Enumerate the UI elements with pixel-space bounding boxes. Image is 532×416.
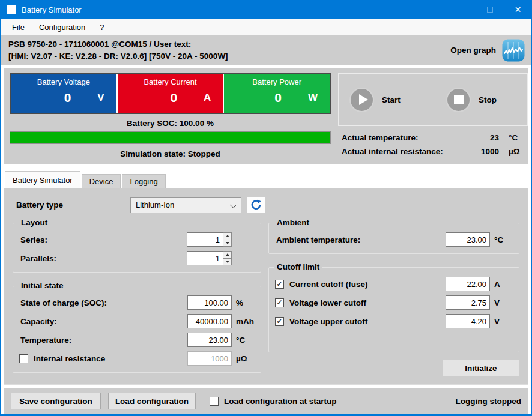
voltage-lower-cutoff-label: Voltage lower cutoff: [289, 298, 446, 307]
menu-configuration[interactable]: Configuration: [32, 19, 92, 35]
menu-bar: File Configuration ?: [1, 19, 531, 35]
close-icon: ✕: [515, 5, 522, 14]
battery-current-value: 0: [170, 91, 177, 105]
actual-resistance-row: Actual internal resistance: 1000 µΩ: [342, 147, 527, 156]
internal-resistance-input[interactable]: [187, 351, 232, 366]
stop-label: Stop: [479, 95, 497, 104]
transport-panel: Start Stop: [338, 73, 528, 126]
parallels-input[interactable]: [187, 251, 223, 265]
internal-resistance-row: Internal resistance µΩ: [19, 351, 255, 366]
start-icon[interactable]: [349, 88, 374, 112]
ambient-group: Ambient Ambient temperature: °C: [268, 223, 519, 254]
ambient-temperature-unit: °C: [490, 235, 513, 244]
load-configuration-button[interactable]: Load configuration: [108, 393, 196, 409]
internal-resistance-unit: µΩ: [232, 354, 255, 363]
initialize-button[interactable]: Initialize: [443, 360, 519, 376]
current-cutoff-unit: A: [490, 280, 513, 289]
voltage-lower-cutoff-checkbox[interactable]: [275, 298, 284, 307]
internal-resistance-checkbox[interactable]: [19, 354, 28, 363]
series-stepper[interactable]: [223, 232, 232, 247]
soc-input[interactable]: [187, 295, 232, 310]
current-cutoff-input[interactable]: [446, 277, 490, 291]
voltage-upper-cutoff-checkbox[interactable]: [275, 317, 284, 326]
tab-strip: Battery Simulator Device Logging: [4, 171, 528, 188]
refresh-battery-type-button[interactable]: [247, 197, 265, 213]
menu-help[interactable]: ?: [92, 19, 111, 35]
actual-temperature-row: Actual temperature: 23 °C: [342, 133, 527, 142]
stop-button[interactable]: Stop: [446, 88, 527, 112]
window-controls: ✕: [447, 0, 532, 19]
title-bar: Battery Simulator ✕: [0, 0, 532, 19]
series-label: Series:: [19, 235, 187, 244]
layout-group-title: Layout: [18, 218, 50, 227]
capacity-row: Capacity: mAh: [19, 313, 255, 329]
ambient-group-title: Ambient: [274, 218, 312, 227]
ambient-temperature-label: Ambient temperature:: [275, 235, 446, 244]
ambient-temperature-input[interactable]: [446, 232, 490, 247]
device-info-line1: PSB 9750-20 - 1711060001 @COM15 / User t…: [8, 38, 228, 50]
battery-current-unit: A: [204, 92, 211, 104]
soc-label: State of charge (SOC):: [19, 298, 187, 307]
tab-logging[interactable]: Logging: [122, 174, 165, 188]
battery-voltage-unit: V: [97, 92, 104, 104]
open-graph-control[interactable]: Open graph: [450, 39, 525, 62]
temperature-label: Temperature:: [19, 336, 187, 345]
parallels-up-icon[interactable]: [223, 252, 231, 258]
capacity-input[interactable]: [187, 314, 232, 328]
parallels-stepper[interactable]: [223, 251, 232, 265]
battery-current-display: Battery Current 0 A: [118, 74, 223, 113]
battery-voltage-title: Battery Voltage: [11, 74, 116, 86]
voltage-upper-cutoff-unit: V: [490, 317, 513, 326]
load-at-startup-checkbox[interactable]: [210, 397, 219, 406]
parallels-down-icon[interactable]: [223, 258, 231, 265]
load-at-startup-control[interactable]: Load configuration at startup: [210, 397, 337, 406]
display-column: Battery Voltage 0 V Battery Current 0 A …: [10, 73, 331, 164]
readouts: Actual temperature: 23 °C Actual interna…: [338, 133, 528, 156]
simulation-state-label: Simulation state: Stopped: [10, 149, 331, 158]
footer-bar: Save configuration Load configuration Lo…: [4, 388, 528, 414]
actual-temperature-unit: °C: [509, 133, 527, 142]
device-info: PSB 9750-20 - 1711060001 @COM15 / User t…: [8, 38, 228, 62]
current-cutoff-checkbox[interactable]: [275, 280, 284, 289]
battery-power-unit: W: [308, 92, 318, 104]
actual-temperature-label: Actual temperature:: [342, 133, 471, 142]
tab-battery-simulator[interactable]: Battery Simulator: [5, 171, 80, 188]
battery-power-display: Battery Power 0 W: [224, 74, 330, 113]
soc-row: State of charge (SOC): %: [19, 295, 255, 310]
minimize-button[interactable]: [447, 0, 476, 19]
series-up-icon[interactable]: [223, 233, 231, 240]
transport-column: Start Stop Actual temperature: 23 °C Act…: [338, 73, 528, 164]
save-configuration-button[interactable]: Save configuration: [11, 393, 101, 409]
parallels-row: Parallels:: [19, 250, 255, 266]
stop-icon[interactable]: [446, 88, 471, 112]
battery-type-row: Battery type Lithium-Ion: [16, 197, 519, 213]
minimize-icon: [458, 10, 465, 10]
open-graph-label: Open graph: [450, 46, 496, 55]
series-down-icon[interactable]: [223, 240, 231, 247]
actual-temperature-value: 23: [471, 133, 499, 142]
layout-group: Layout Series:: [13, 223, 261, 273]
maximize-button[interactable]: [476, 0, 504, 19]
menu-file[interactable]: File: [5, 19, 32, 35]
app-window: Battery Simulator ✕ File Configuration ?…: [0, 0, 532, 416]
start-button[interactable]: Start: [349, 88, 431, 112]
tab-device[interactable]: Device: [82, 174, 121, 188]
voltage-lower-cutoff-input[interactable]: [446, 295, 490, 310]
actual-resistance-unit: µΩ: [509, 147, 527, 156]
voltage-lower-cutoff-unit: V: [490, 298, 513, 307]
voltage-upper-cutoff-input[interactable]: [446, 314, 490, 328]
battery-voltage-display: Battery Voltage 0 V: [11, 74, 116, 113]
voltage-upper-cutoff-row: Voltage upper cutoff V: [275, 313, 513, 329]
parallels-label: Parallels:: [19, 254, 187, 263]
battery-type-select[interactable]: Lithium-Ion: [130, 197, 241, 213]
close-button[interactable]: ✕: [504, 0, 532, 19]
maximize-icon: [487, 7, 493, 13]
temperature-unit: °C: [232, 336, 255, 345]
battery-voltage-value: 0: [64, 91, 71, 105]
temperature-input[interactable]: [187, 333, 232, 347]
series-input[interactable]: [187, 232, 223, 247]
left-column: Layout Series:: [13, 223, 261, 373]
app-icon: [7, 5, 16, 14]
graph-icon[interactable]: [502, 39, 525, 62]
refresh-icon: [250, 199, 262, 211]
